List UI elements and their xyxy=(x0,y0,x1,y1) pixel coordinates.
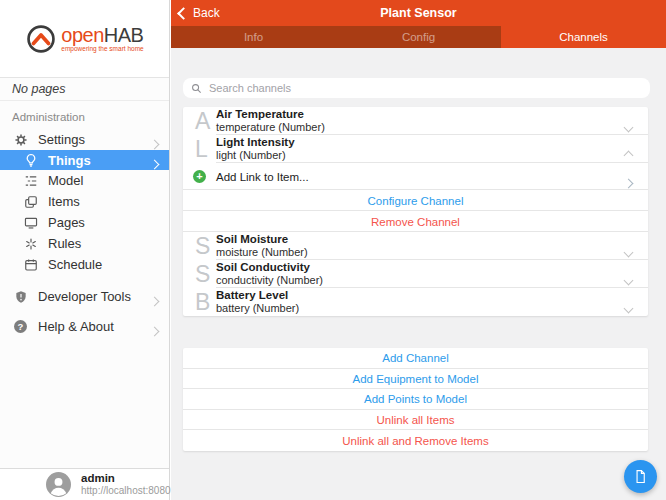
monitor-icon xyxy=(23,215,38,230)
sidebar-item-label: Rules xyxy=(48,236,81,251)
channel-subtitle: moisture (Number) xyxy=(216,246,308,258)
add-channel-button[interactable]: Add Channel xyxy=(183,348,648,369)
user-account-area[interactable]: admin http://localhost:8080 xyxy=(0,468,169,500)
chevron-right-icon xyxy=(151,156,158,171)
lightbulb-icon xyxy=(23,153,38,168)
channel-subtitle: battery (Number) xyxy=(216,302,299,314)
channel-title: Battery Level xyxy=(216,289,299,302)
code-view-fab-button[interactable] xyxy=(624,460,657,493)
sidebar-item-items[interactable]: Items xyxy=(0,191,169,212)
page-title: Plant Sensor xyxy=(171,0,666,26)
channel-row-soil-moisture[interactable]: S Soil Moisture moisture (Number) xyxy=(183,232,648,260)
sidebar-item-rules[interactable]: Rules xyxy=(0,233,169,254)
channels-content: A Air Temperature temperature (Number) L… xyxy=(171,48,666,500)
search-icon xyxy=(191,83,202,94)
brand-name: openHAB xyxy=(61,25,143,45)
channel-list: A Air Temperature temperature (Number) L… xyxy=(183,107,648,316)
channel-initial: L xyxy=(195,138,216,161)
sidebar: openHAB empowering the smart home No pag… xyxy=(0,0,170,500)
sidebar-item-schedule[interactable]: Schedule xyxy=(0,254,169,275)
chevron-down-icon xyxy=(625,298,632,316)
openhab-logo: openHAB empowering the smart home xyxy=(25,23,143,55)
channel-initial: S xyxy=(195,263,216,286)
configure-channel-button[interactable]: Configure Channel xyxy=(183,190,648,211)
sidebar-item-label: Items xyxy=(48,194,80,209)
unlink-all-items-button[interactable]: Unlink all Items xyxy=(183,410,648,431)
channel-initial: B xyxy=(195,291,216,314)
chevron-right-icon xyxy=(625,173,632,191)
chevron-down-icon xyxy=(625,117,632,135)
chevron-right-icon xyxy=(151,293,158,308)
search-input[interactable] xyxy=(207,81,642,95)
unlink-all-and-remove-items-button[interactable]: Unlink all and Remove Items xyxy=(183,430,648,451)
channel-title: Soil Conductivity xyxy=(216,261,323,274)
sparkle-icon xyxy=(23,236,38,251)
logo-area: openHAB empowering the smart home xyxy=(0,0,169,78)
main-panel: Back Plant Sensor Info Config Channels A xyxy=(171,0,666,500)
remove-channel-button[interactable]: Remove Channel xyxy=(183,211,648,232)
sidebar-item-label: Help & About xyxy=(38,319,114,334)
channel-title: Air Temperature xyxy=(216,108,325,121)
sidebar-item-help-about[interactable]: ? Help & About xyxy=(0,316,169,337)
chevron-right-icon xyxy=(151,136,158,151)
sidebar-item-label: Pages xyxy=(48,215,85,230)
sidebar-item-model[interactable]: Model xyxy=(0,170,169,191)
sidebar-item-things[interactable]: Things xyxy=(0,150,169,170)
tab-info[interactable]: Info xyxy=(171,26,336,48)
tab-channels[interactable]: Channels xyxy=(501,26,666,48)
brand-tagline: empowering the smart home xyxy=(61,46,143,53)
sidebar-item-label: Things xyxy=(48,153,91,168)
add-link-to-item-row[interactable]: + Add Link to Item... xyxy=(183,163,648,190)
sidebar-item-label: Settings xyxy=(38,132,85,147)
add-equipment-to-model-button[interactable]: Add Equipment to Model xyxy=(183,369,648,390)
sidebar-item-label: Schedule xyxy=(48,257,102,272)
search-bar xyxy=(183,78,650,98)
openhab-logo-icon xyxy=(25,23,57,55)
channel-subtitle: conductivity (Number) xyxy=(216,274,323,286)
chevron-down-icon xyxy=(625,242,632,260)
overlapping-squares-icon xyxy=(23,194,38,209)
server-url: http://localhost:8080 xyxy=(81,485,171,497)
question-circle-icon: ? xyxy=(13,319,28,334)
user-name: admin xyxy=(81,472,171,485)
chevron-down-icon xyxy=(625,270,632,288)
sidebar-item-developer-tools[interactable]: Developer Tools xyxy=(0,286,169,307)
channel-initial: S xyxy=(195,235,216,258)
channel-row-air-temperature[interactable]: A Air Temperature temperature (Number) xyxy=(183,107,648,135)
channel-row-battery-level[interactable]: B Battery Level battery (Number) xyxy=(183,288,648,316)
channel-title: Soil Moisture xyxy=(216,233,308,246)
model-tree-icon xyxy=(23,173,38,188)
tab-bar: Info Config Channels xyxy=(171,26,666,48)
navbar: Back Plant Sensor xyxy=(171,0,666,26)
add-points-to-model-button[interactable]: Add Points to Model xyxy=(183,389,648,410)
sidebar-item-label: Developer Tools xyxy=(38,289,131,304)
sidebar-item-pages[interactable]: Pages xyxy=(0,212,169,233)
tab-config[interactable]: Config xyxy=(336,26,501,48)
avatar xyxy=(46,472,71,497)
plus-circle-icon: + xyxy=(193,170,206,183)
channel-subtitle: light (Number) xyxy=(216,149,295,161)
channel-row-soil-conductivity[interactable]: S Soil Conductivity conductivity (Number… xyxy=(183,260,648,288)
channel-row-light-intensity[interactable]: L Light Intensity light (Number) xyxy=(183,135,648,163)
openhab-admin-screen: openHAB empowering the smart home No pag… xyxy=(0,0,666,500)
administration-section-label: Administration xyxy=(0,101,169,129)
document-icon xyxy=(633,469,648,484)
no-pages-label: No pages xyxy=(0,78,169,101)
chevron-right-icon xyxy=(151,323,158,338)
shield-exclamation-icon xyxy=(13,289,28,304)
calendar-icon xyxy=(23,257,38,272)
gear-icon xyxy=(13,132,28,147)
channel-subtitle: temperature (Number) xyxy=(216,121,325,133)
thing-actions-list: Add Channel Add Equipment to Model Add P… xyxy=(183,348,648,451)
chevron-up-icon xyxy=(625,145,632,163)
channel-title: Light Intensity xyxy=(216,136,295,149)
channel-initial: A xyxy=(195,110,216,133)
sidebar-item-label: Model xyxy=(48,173,83,188)
sidebar-item-settings[interactable]: Settings xyxy=(0,129,169,150)
